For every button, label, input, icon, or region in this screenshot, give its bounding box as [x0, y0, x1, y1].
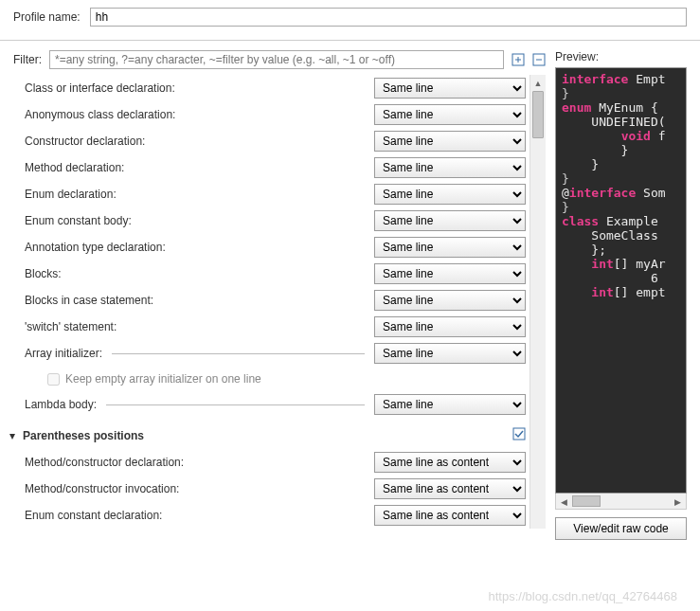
setting-row: Constructor declaration:Same line	[25, 128, 526, 154]
setting-select[interactable]: Same line	[374, 210, 526, 231]
section-header[interactable]: ▾Parentheses positions	[9, 427, 526, 443]
twisty-icon[interactable]: ▾	[9, 429, 19, 442]
setting-row: Blocks in case statement:Same line	[25, 287, 526, 314]
setting-label: Lambda body:	[25, 398, 97, 411]
scroll-thumb[interactable]	[532, 91, 544, 138]
section-check-icon[interactable]	[512, 427, 526, 443]
setting-select[interactable]: Same line	[374, 78, 526, 99]
setting-select[interactable]: Same line	[374, 316, 526, 337]
setting-select[interactable]: Same line as content	[374, 505, 526, 526]
setting-label: Enum declaration:	[25, 188, 117, 201]
setting-label: 'switch' statement:	[25, 320, 117, 333]
setting-row: Annotation type declaration:Same line	[25, 234, 526, 261]
setting-row: Anonymous class declaration:Same line	[25, 101, 526, 128]
setting-select[interactable]: Same line	[374, 237, 526, 258]
expand-all-icon[interactable]	[512, 53, 525, 66]
scroll-up-icon[interactable]: ▲	[530, 75, 546, 91]
setting-label: Annotation type declaration:	[25, 241, 166, 254]
setting-select[interactable]: Same line	[374, 131, 526, 152]
section-title: Parentheses positions	[23, 429, 144, 442]
setting-label: Method/constructor declaration:	[25, 456, 184, 469]
preview-label: Preview:	[555, 50, 687, 63]
setting-label: Enum constant body:	[25, 214, 132, 227]
setting-select[interactable]: Same line	[374, 343, 526, 364]
setting-row: Method/constructor declaration:Same line…	[25, 449, 526, 476]
setting-label: Blocks:	[25, 267, 62, 280]
filter-label: Filter:	[13, 53, 42, 66]
preview-h-scrollbar[interactable]: ◀ ▶	[555, 494, 687, 510]
setting-select[interactable]: Same line	[374, 104, 526, 125]
settings-scrollbar[interactable]: ▲ ▼	[529, 75, 546, 529]
profile-name-label: Profile name:	[13, 10, 81, 24]
setting-label: Enum constant declaration:	[25, 509, 162, 522]
scroll-left-icon[interactable]: ◀	[556, 494, 572, 510]
rule-line	[112, 353, 365, 354]
view-raw-code-button[interactable]: View/edit raw code	[555, 517, 687, 540]
setting-row: Enum declaration:Same line	[25, 181, 526, 207]
profile-name-input[interactable]	[90, 8, 687, 27]
setting-row: Enum constant declaration:Same line as c…	[25, 502, 526, 529]
setting-select[interactable]: Same line as content	[374, 452, 526, 473]
setting-row: Lambda body:Same line	[25, 391, 526, 418]
svg-rect-5	[513, 428, 525, 440]
setting-row: Class or interface declaration:Same line	[25, 75, 526, 101]
setting-select[interactable]: Same line	[374, 263, 526, 284]
setting-label: Method declaration:	[25, 161, 124, 174]
setting-select[interactable]: Same line	[374, 290, 526, 311]
setting-label: Method/constructor invocation:	[25, 482, 179, 495]
setting-label: Blocks in case statement:	[25, 294, 153, 307]
setting-label: Class or interface declaration:	[25, 81, 175, 95]
filter-input[interactable]	[49, 50, 504, 69]
scroll-h-thumb[interactable]	[572, 495, 601, 507]
setting-sub-row: Keep empty array initializer on one line	[25, 367, 526, 391]
setting-select[interactable]: Same line as content	[374, 478, 526, 499]
watermark: https://blog.csdn.net/qq_42764468	[489, 589, 678, 603]
rule-line	[106, 404, 365, 405]
setting-row: Array initializer:Same line	[25, 340, 526, 367]
sub-checkbox[interactable]	[47, 373, 60, 386]
setting-row: Method declaration:Same line	[25, 154, 526, 181]
setting-row: 'switch' statement:Same line	[25, 314, 526, 340]
setting-select[interactable]: Same line	[374, 394, 526, 415]
sub-label: Keep empty array initializer on one line	[65, 372, 261, 386]
preview-code: interface Empt}enum MyEnum { UNDEFINED( …	[555, 67, 687, 494]
setting-row: Method/constructor invocation:Same line …	[25, 476, 526, 502]
scroll-right-icon[interactable]: ▶	[670, 494, 686, 510]
collapse-all-icon[interactable]	[532, 53, 546, 66]
setting-row: Blocks:Same line	[25, 261, 526, 287]
setting-label: Anonymous class declaration:	[25, 108, 175, 121]
setting-row: Enum constant body:Same line	[25, 207, 526, 234]
setting-label: Array initializer:	[25, 347, 102, 360]
setting-label: Constructor declaration:	[25, 135, 145, 148]
setting-select[interactable]: Same line	[374, 184, 526, 205]
setting-select[interactable]: Same line	[374, 157, 526, 178]
